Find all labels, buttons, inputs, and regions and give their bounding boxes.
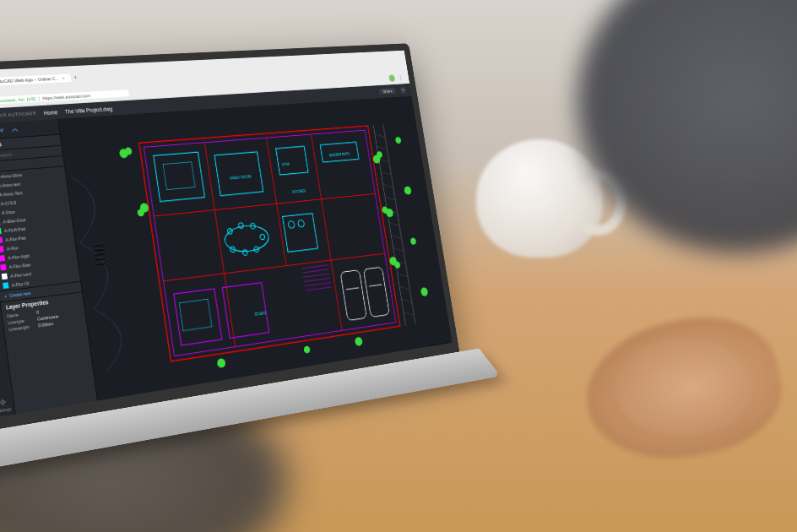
user-hand bbox=[574, 302, 792, 475]
url-text: https://web.autocad.com bbox=[42, 93, 90, 100]
svg-line-10 bbox=[204, 143, 235, 347]
brand-label: AUTODESK® AUTOCAD® bbox=[0, 111, 36, 119]
layer-color-swatch[interactable] bbox=[0, 246, 4, 252]
laptop: A AutoCAD Web App – Online C… × + ‹ › ⟳ … bbox=[0, 43, 464, 464]
svg-line-40 bbox=[369, 285, 382, 286]
svg-text:DOM: DOM bbox=[282, 162, 290, 166]
layer-name: A-Flor-Appl bbox=[8, 252, 30, 260]
canvas-area: FAMILY ROOM DOM MASTER BATH KITCHEN STUD… bbox=[58, 96, 453, 401]
svg-line-49 bbox=[381, 171, 391, 176]
svg-line-57 bbox=[398, 273, 408, 279]
close-tab-icon[interactable]: × bbox=[62, 76, 65, 81]
layer-name: A-Anno-Text bbox=[0, 190, 23, 197]
svg-point-24 bbox=[260, 234, 265, 240]
svg-line-60 bbox=[404, 311, 414, 317]
layer-name: A-Flor-Levl bbox=[10, 271, 31, 279]
layer-name: A-Flor-Ot bbox=[11, 280, 29, 287]
svg-line-46 bbox=[375, 133, 385, 138]
gear-icon bbox=[0, 398, 8, 408]
svg-text:STUDIO: STUDIO bbox=[254, 311, 267, 317]
svg-rect-38 bbox=[363, 267, 389, 317]
svg-line-11 bbox=[267, 138, 286, 266]
property-value[interactable]: 0.00mm bbox=[38, 321, 54, 328]
layer-name: A-Finfl-Patt bbox=[4, 226, 26, 233]
svg-line-58 bbox=[399, 285, 409, 291]
svg-rect-42 bbox=[222, 283, 268, 339]
layer-color-swatch[interactable] bbox=[2, 274, 8, 280]
rail-item-settings[interactable]: Settings bbox=[0, 397, 12, 414]
svg-rect-16 bbox=[163, 162, 195, 190]
svg-point-75 bbox=[404, 186, 412, 195]
svg-line-31 bbox=[302, 265, 328, 269]
svg-rect-9 bbox=[144, 130, 395, 356]
svg-line-54 bbox=[391, 234, 401, 239]
svg-rect-41 bbox=[174, 289, 222, 345]
plus-icon: + bbox=[4, 293, 8, 298]
svg-point-71 bbox=[355, 337, 363, 347]
svg-line-47 bbox=[377, 145, 387, 150]
arc-tool-icon[interactable] bbox=[11, 126, 19, 133]
share-button[interactable]: Share bbox=[379, 88, 396, 95]
svg-point-26 bbox=[242, 250, 248, 256]
svg-rect-17 bbox=[214, 152, 263, 196]
svg-line-45 bbox=[383, 125, 415, 324]
layer-name: A-Flor-Pab bbox=[5, 235, 26, 242]
layer-name: A-Flor-Stan bbox=[8, 262, 30, 269]
svg-line-55 bbox=[393, 247, 404, 252]
secure-label: Autodesk, Inc. [US] bbox=[0, 96, 35, 103]
layer-name: A-COLS bbox=[0, 199, 16, 206]
layer-color-swatch[interactable] bbox=[0, 255, 5, 262]
coffee-mug bbox=[476, 139, 603, 258]
svg-point-77 bbox=[420, 287, 429, 296]
browser-menu-icon[interactable]: ⋮ bbox=[398, 74, 404, 81]
svg-point-22 bbox=[238, 223, 244, 229]
layer-color-swatch[interactable] bbox=[0, 228, 2, 234]
svg-rect-15 bbox=[154, 152, 205, 201]
svg-point-29 bbox=[288, 220, 295, 228]
svg-text:FAMILY ROOM: FAMILY ROOM bbox=[230, 174, 252, 180]
home-link[interactable]: Home bbox=[43, 109, 57, 116]
svg-point-73 bbox=[217, 358, 226, 368]
browser-tab[interactable]: A AutoCAD Web App – Online C… × bbox=[0, 74, 71, 87]
svg-line-36 bbox=[306, 287, 332, 290]
svg-text:MASTER BATH: MASTER BATH bbox=[329, 152, 350, 157]
svg-line-13 bbox=[154, 193, 375, 216]
svg-line-33 bbox=[303, 274, 329, 277]
layer-name: A-Anno-text bbox=[0, 182, 21, 188]
file-name: The Villa Project.dwg bbox=[64, 106, 112, 114]
new-tab-button[interactable]: + bbox=[73, 73, 79, 81]
svg-line-39 bbox=[346, 288, 359, 290]
svg-line-59 bbox=[402, 298, 412, 304]
svg-rect-43 bbox=[179, 299, 212, 331]
svg-line-53 bbox=[389, 221, 399, 226]
svg-line-34 bbox=[304, 278, 330, 281]
svg-text:KITCHEN: KITCHEN bbox=[292, 189, 306, 194]
layer-name: A-Elev-Door bbox=[3, 217, 26, 224]
svg-line-14 bbox=[164, 253, 385, 281]
layer-name: A-Flor bbox=[6, 245, 18, 251]
svg-point-30 bbox=[297, 220, 304, 227]
layer-name: A-Door bbox=[2, 209, 16, 214]
layer-color-swatch[interactable] bbox=[3, 282, 8, 289]
svg-rect-37 bbox=[340, 270, 366, 321]
search-placeholder: Annotations bbox=[0, 152, 13, 159]
help-button[interactable]: ? bbox=[399, 87, 406, 95]
svg-point-72 bbox=[303, 345, 310, 354]
layer-name: A-Anno-Dims bbox=[0, 172, 22, 179]
svg-line-32 bbox=[303, 269, 329, 273]
svg-line-35 bbox=[305, 283, 331, 286]
polyline-tool-icon[interactable] bbox=[0, 127, 4, 134]
tab-title: AutoCAD Web App – Online C… bbox=[0, 76, 60, 84]
svg-line-48 bbox=[379, 158, 389, 163]
layer-color-swatch[interactable] bbox=[0, 264, 6, 271]
profile-avatar[interactable] bbox=[388, 74, 395, 82]
svg-line-51 bbox=[385, 196, 395, 201]
svg-line-50 bbox=[383, 183, 393, 188]
property-value[interactable]: 0 bbox=[36, 310, 40, 315]
svg-rect-28 bbox=[283, 214, 318, 252]
svg-line-12 bbox=[312, 134, 343, 330]
svg-point-74 bbox=[395, 137, 402, 144]
svg-point-76 bbox=[410, 237, 417, 245]
svg-rect-18 bbox=[276, 146, 308, 175]
layer-color-swatch[interactable] bbox=[0, 237, 3, 243]
